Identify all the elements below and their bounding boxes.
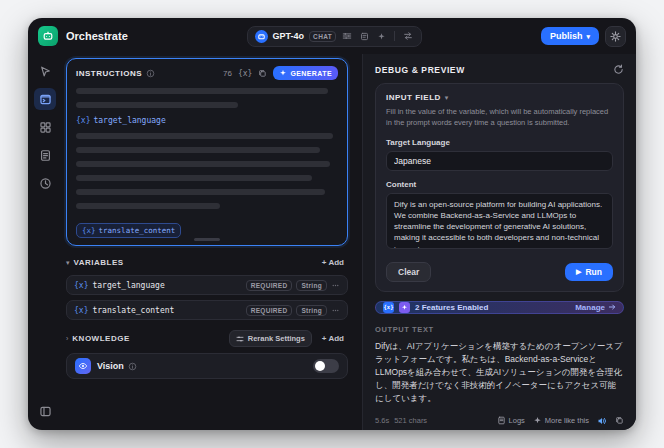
variable-token: {x} target_language (76, 116, 338, 125)
app-logo-icon[interactable] (38, 26, 58, 46)
variable-icon: {x} (74, 306, 88, 315)
vision-card: Vision (66, 353, 348, 379)
logs-icon (497, 416, 506, 425)
chevron-right-icon[interactable]: › (66, 335, 68, 342)
clear-button[interactable]: Clear (386, 262, 431, 282)
speak-button[interactable] (597, 416, 607, 426)
skeleton-line (76, 133, 333, 139)
output-title: OUTPUT TEXT (375, 325, 624, 334)
toggle-knob (315, 361, 325, 371)
run-button[interactable]: ▶ Run (565, 263, 613, 281)
skeleton-line (76, 102, 238, 108)
nav-pointer-icon[interactable] (34, 60, 56, 82)
vision-feature-icon (399, 302, 410, 313)
arrow-right-icon (608, 303, 616, 311)
output-time: 5.6s (375, 416, 389, 425)
variable-menu-icon[interactable] (331, 281, 340, 290)
instructions-title: INSTRUCTIONS (76, 69, 142, 78)
features-enabled-text: 2 Features Enabled (415, 303, 488, 312)
settings-button[interactable] (605, 26, 626, 47)
input-field-description: Fill in the value of the variable, which… (386, 107, 613, 129)
variable-icon: {x} (74, 281, 88, 290)
rerank-settings-button[interactable]: Rerank Settings (229, 330, 312, 347)
content-textarea[interactable]: Dify is an open-source platform for buil… (386, 193, 613, 249)
variable-row[interactable]: {x} target_language REQUIRED String (66, 275, 348, 295)
nav-annotations-icon[interactable] (34, 144, 56, 166)
nav-logs-icon[interactable] (34, 116, 56, 138)
manage-features-link[interactable]: Manage (575, 303, 616, 312)
skeleton-line (76, 203, 220, 209)
insert-variable-icon[interactable]: {x} (238, 69, 252, 78)
collapse-panel-icon[interactable] (34, 400, 56, 422)
debug-preview-panel: DEBUG & PREVIEW INPUT FIELD ▾ Fill in th… (362, 54, 636, 430)
instructions-editor[interactable]: INSTRUCTIONS 76 {x} (66, 58, 348, 246)
variable-token-label: translate_content (99, 226, 176, 235)
info-icon (128, 362, 137, 371)
more-like-this-label: More like this (545, 416, 589, 425)
required-badge: REQUIRED (246, 305, 293, 316)
logs-label: Logs (509, 416, 525, 425)
logs-button[interactable]: Logs (497, 416, 525, 425)
variables-title: VARIABLES (74, 258, 124, 267)
top-bar: Orchestrate GPT-4o CHAT (28, 18, 636, 54)
variable-name: translate_content (92, 306, 174, 315)
variable-icon: {x} (82, 226, 96, 235)
chevron-down-icon: ▾ (445, 94, 449, 102)
sparkle-icon (279, 69, 287, 77)
copy-icon[interactable] (258, 69, 267, 78)
variable-token-label: target_language (93, 116, 165, 125)
skeleton-line (76, 189, 325, 195)
publish-button[interactable]: Publish ▾ (541, 27, 599, 45)
sparkle-icon[interactable] (375, 30, 387, 42)
knowledge-title: KNOWLEDGE (72, 334, 129, 343)
nav-orchestrate-icon[interactable] (34, 88, 56, 110)
add-knowledge-button[interactable]: + Add (318, 332, 348, 345)
generate-label: GENERATE (290, 70, 332, 77)
prompt-log-icon[interactable] (358, 30, 370, 42)
output-text: Difyは、AIアプリケーションを構築するためのオープンソースプラットフォームで… (375, 340, 624, 406)
run-label: Run (585, 267, 602, 277)
variable-menu-icon[interactable] (331, 306, 340, 315)
orchestrate-panel: INSTRUCTIONS 76 {x} (62, 54, 362, 430)
manage-label: Manage (575, 303, 605, 312)
rerank-label: Rerank Settings (248, 334, 305, 343)
sliders-icon (236, 335, 244, 343)
model-name: GPT-4o (273, 31, 305, 41)
swap-model-icon[interactable] (402, 30, 414, 42)
chevron-down-icon: ▾ (586, 33, 590, 40)
generate-button[interactable]: GENERATE (273, 66, 338, 80)
skeleton-line (76, 175, 312, 181)
skeleton-line (76, 88, 328, 94)
vision-label: Vision (97, 361, 124, 371)
knowledge-header: › KNOWLEDGE Rerank Settings + Add (66, 330, 348, 347)
input-field-header[interactable]: INPUT FIELD ▾ (386, 93, 613, 102)
target-language-label: Target Language (386, 138, 613, 147)
chevron-down-icon[interactable]: ▾ (66, 259, 70, 267)
skeleton-line (76, 147, 320, 153)
features-bar[interactable]: {x} 2 Features Enabled Manage (375, 301, 624, 314)
required-badge: REQUIRED (246, 280, 293, 291)
copy-output-button[interactable] (615, 416, 624, 425)
variables-header: ▾ VARIABLES + Add (66, 256, 348, 269)
left-nav-rail (28, 54, 62, 430)
input-field-card: INPUT FIELD ▾ Fill in the value of the v… (375, 83, 624, 292)
variable-feature-icon: {x} (383, 302, 394, 313)
vision-toggle[interactable] (313, 359, 339, 373)
more-like-this-button[interactable]: More like this (533, 416, 589, 425)
model-selector[interactable]: GPT-4o CHAT (247, 26, 423, 47)
variable-name: target_language (92, 281, 164, 290)
variable-token-chip[interactable]: {x} translate_content (76, 223, 181, 238)
copy-icon (615, 416, 624, 425)
nav-history-icon[interactable] (34, 172, 56, 194)
page-title: Orchestrate (66, 30, 128, 42)
sliders-icon[interactable] (341, 30, 353, 42)
output-footer: 5.6s 521 chars Logs More like thi (375, 416, 624, 426)
model-mode-badge: CHAT (309, 31, 336, 42)
refresh-icon[interactable] (613, 64, 624, 75)
target-language-input[interactable] (386, 151, 613, 171)
type-badge: String (296, 305, 327, 316)
input-field-title: INPUT FIELD (386, 93, 441, 102)
add-variable-button[interactable]: + Add (318, 256, 348, 269)
resize-handle[interactable] (194, 238, 220, 241)
variable-row[interactable]: {x} translate_content REQUIRED String (66, 300, 348, 320)
